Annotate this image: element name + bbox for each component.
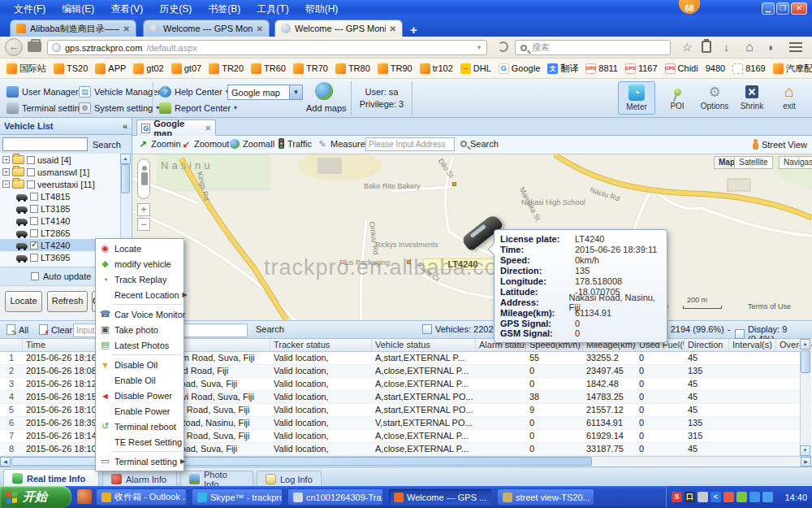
task-button[interactable]: street view-TS20... [497,488,594,506]
task-button[interactable]: 收件箱 - Outlook .. [96,488,187,506]
network-icon[interactable] [762,492,773,502]
address-bar[interactable]: gps.sztrackpro.com/default.aspx ▼ [47,40,487,55]
tab-photo-info[interactable]: Photo Info [180,471,253,487]
menu-item-terminal-reboot[interactable]: ↺Terminal reboot [96,419,184,434]
locate-button[interactable]: Locate [5,291,42,312]
tab-close-icon[interactable]: ✕ [123,24,130,33]
vehicle-checkbox[interactable] [30,205,38,213]
menu-item-disable-oil[interactable]: ▼Disable Oil [96,357,184,372]
menu-书[interactable]: 书签(B) [201,1,248,18]
chat-icon[interactable]: ◗ [767,41,774,53]
menu-帮[interactable]: 帮助(H) [298,1,346,18]
downloads-icon[interactable]: ↓ [723,41,729,53]
vehicle-item[interactable]: LT3185 [0,202,132,215]
scroll-thumb[interactable] [121,164,130,193]
ime-icon[interactable]: 口 [685,492,695,502]
terms-of-use-link[interactable]: Terms of Use [748,302,791,310]
briefcase-icon[interactable] [28,41,41,52]
table-vertical-scrollbar[interactable]: ▲ ▼ [800,339,811,456]
menu-查[interactable]: 查看(V) [103,1,150,18]
bookmark-item[interactable]: GPS1167 [625,63,658,74]
vehicle-item[interactable]: LT4140 [0,215,132,227]
column-header[interactable]: Direction [685,339,729,351]
bookmark-item[interactable]: 8169 [732,63,765,74]
column-header[interactable]: Tracker status [270,339,372,351]
vehicle-manager-button[interactable]: ▤Vehicle Manager▾ [79,85,167,98]
map-provider-select[interactable]: Google map▼ [227,85,303,100]
blue-app-icon[interactable] [749,492,760,502]
menu-文[interactable]: 文件(F) [6,1,53,18]
vehicle-search-button[interactable]: Search [93,140,121,150]
tab-real-time-info[interactable]: Real time Info [3,469,99,487]
measure-button[interactable]: ✎Measure [317,139,365,149]
tab-close-icon[interactable]: ✕ [257,24,263,33]
scroll-down-icon[interactable]: ▼ [800,445,810,456]
meter-button[interactable]: ◔Meter [618,81,655,115]
close-button[interactable]: ✕ [791,2,807,15]
scroll-right-icon[interactable]: ▶ [801,457,811,467]
task-button[interactable]: cn1001264309-Tra... [287,488,383,506]
minimize-button[interactable]: ▁ [762,2,775,15]
restore-button[interactable]: ❐ [776,2,789,15]
menu-item-car-voice-monitor[interactable]: ☎Car Voice Monitor [96,306,184,322]
collapse-sidebar-icon[interactable]: « [123,121,127,131]
tab-close-icon[interactable]: ✕ [390,24,396,33]
bookmark-star-icon[interactable]: ☆ [682,41,693,53]
clipboard-icon[interactable] [702,41,711,53]
tree-group[interactable]: +usaid [4] [0,154,132,166]
scroll-thumb[interactable] [801,350,810,373]
vehicle-checkbox[interactable] [30,193,38,201]
bookmark-item[interactable]: gt07 [171,63,201,74]
bookmark-item[interactable]: GPSChidi [665,63,698,74]
options-button[interactable]: ⚙Options [696,81,733,115]
column-header[interactable] [0,339,23,351]
column-header[interactable]: Vehicle status [372,339,476,351]
scroll-up-icon[interactable]: ▲ [800,339,810,350]
group-checkbox[interactable] [27,168,35,176]
menu-工[interactable]: 工具(T) [249,1,296,18]
bookmark-item[interactable]: TR60 [251,63,286,74]
close-map-tab-icon[interactable]: ✕ [205,124,211,132]
menu-item-disable-power[interactable]: ◄Disable Power [96,388,184,403]
map-type-satellite[interactable]: Satellite [734,156,773,169]
tree-group[interactable]: +usmanswl [1] [0,166,132,178]
add-maps-icon[interactable] [315,82,333,100]
vehicle-checkbox[interactable] [30,229,38,237]
back-arrow-icon[interactable]: < [710,492,721,502]
user-manager-button[interactable]: User Manager▾ [6,85,85,98]
bookmark-item[interactable]: 国际站 [6,63,46,75]
bookmark-item[interactable]: —DHL [460,63,491,74]
map-zoom-out-button[interactable]: − [137,218,150,231]
poi-button[interactable]: POI [659,81,696,115]
refresh-button[interactable]: Refresh [47,291,88,312]
zoomall-button[interactable]: Zoomall [230,139,274,149]
browser-tab-gps-1[interactable]: Welcome --- GPS Monitor Cen… ✕ [143,20,270,37]
bakery-poi-icon[interactable] [452,182,456,186]
auto-update-checkbox[interactable] [31,272,39,280]
quick-launch-icon[interactable] [77,489,92,504]
task-button[interactable]: Skype™ - trackpro18 [192,488,283,506]
home-icon[interactable]: ⌂ [745,41,754,53]
bookmark-item[interactable]: 汽摩配行业 [773,63,812,75]
vehicle-checkbox[interactable] [30,217,38,225]
tree-group[interactable]: −veerustaxi [11] [0,178,132,190]
bookmark-item[interactable]: TR80 [335,63,370,74]
url-dropdown-icon[interactable]: ▼ [476,44,482,51]
bookmark-item[interactable]: TR90 [378,63,412,74]
map-search-button[interactable]: Search [460,139,499,149]
menu-item-enable-power[interactable]: Enable Power [96,403,184,419]
report-center-button[interactable]: Report Center▾ [159,101,237,115]
bookmark-item[interactable]: TR20 [209,63,244,74]
menu-item-modify-vehicle[interactable]: ◆modify vehicle [96,256,184,271]
map-type-navigasi[interactable]: Navigasi [779,156,812,169]
reload-button[interactable] [498,41,508,52]
map-zoom-in-button[interactable]: + [137,203,150,216]
group-checkbox[interactable] [27,180,35,189]
menu-item-recent-location[interactable]: Recent Location▶ [96,287,184,302]
menu-hamburger-icon[interactable] [789,42,802,52]
menu-item-te-reset-setting[interactable]: TE Reset Setting [96,434,184,449]
bookmark-item[interactable]: GGoogle [499,63,540,74]
browser-tab-alibaba[interactable]: Alibaba制造商目录——供… ✕ [10,20,136,37]
safely-remove-icon[interactable] [698,492,708,502]
group-checkbox[interactable] [27,156,35,164]
